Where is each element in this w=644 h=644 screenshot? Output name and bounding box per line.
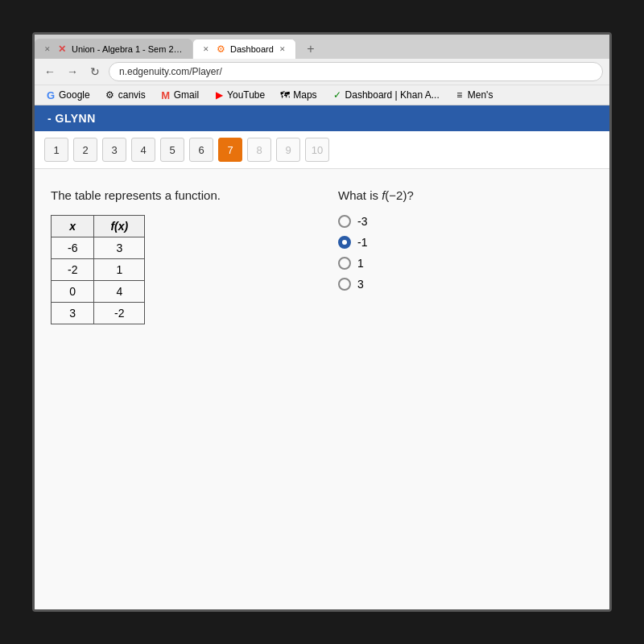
left-panel: The table represents a function. x f(x) … bbox=[51, 188, 306, 590]
bookmark-mens[interactable]: ≡ Men's bbox=[450, 88, 497, 102]
question-btn-4[interactable]: 4 bbox=[131, 138, 155, 162]
question-btn-3[interactable]: 3 bbox=[102, 138, 126, 162]
mens-icon: ≡ bbox=[454, 89, 465, 101]
address-bar-row: ← → ↻ n.edgenuity.com/Player/ bbox=[35, 59, 609, 85]
tab2-close-icon[interactable]: ✕ bbox=[201, 44, 211, 54]
browser-chrome: ✕ ✕ Union - Algebra 1 - Sem 2 - GLYN ✕ ⚙… bbox=[35, 35, 609, 105]
answer-options: -3 -1 1 3 bbox=[338, 215, 593, 291]
edgenuity-header-label: - GLYNN bbox=[47, 112, 96, 125]
tab1-label: Union - Algebra 1 - Sem 2 - GLYN bbox=[72, 44, 184, 54]
question-btn-2[interactable]: 2 bbox=[73, 138, 97, 162]
tab-union-algebra[interactable]: ✕ ✕ Union - Algebra 1 - Sem 2 - GLYN bbox=[35, 39, 192, 59]
question-btn-6[interactable]: 6 bbox=[189, 138, 213, 162]
option-neg3[interactable]: -3 bbox=[338, 215, 593, 228]
radio-1[interactable] bbox=[338, 257, 351, 270]
radio-neg1[interactable] bbox=[338, 236, 351, 249]
canvis-icon: ⚙ bbox=[105, 89, 116, 101]
maps-icon: 🗺 bbox=[279, 89, 291, 101]
table-row-0: -63 bbox=[52, 237, 145, 259]
bookmark-mens-label: Men's bbox=[468, 89, 493, 101]
laptop-frame: ✕ ✕ Union - Algebra 1 - Sem 2 - GLYN ✕ ⚙… bbox=[0, 0, 644, 644]
option-neg1-label: -1 bbox=[357, 236, 367, 249]
table-row-2: 04 bbox=[52, 281, 145, 303]
option-1[interactable]: 1 bbox=[338, 257, 593, 270]
tab2-close-x[interactable]: ✕ bbox=[278, 44, 287, 54]
tab2-label: Dashboard bbox=[230, 44, 274, 54]
bookmark-maps[interactable]: 🗺 Maps bbox=[275, 88, 320, 102]
question-btn-8[interactable]: 8 bbox=[247, 138, 271, 162]
bookmark-canvis-label: canvis bbox=[118, 89, 146, 101]
function-table: x f(x) -63-21043-2 bbox=[51, 215, 145, 324]
forward-button[interactable]: → bbox=[64, 63, 81, 80]
bookmark-canvis[interactable]: ⚙ canvis bbox=[101, 88, 150, 102]
table-row-3: 3-2 bbox=[52, 303, 145, 324]
back-button[interactable]: ← bbox=[41, 63, 59, 80]
edgenuity-app: - GLYNN 1 2 3 4 5 6 bbox=[35, 105, 609, 609]
right-panel: What is f(−2)? -3 -1 1 bbox=[338, 188, 593, 590]
question-btn-9[interactable]: 9 bbox=[276, 138, 300, 162]
question-btn-5[interactable]: 5 bbox=[160, 138, 184, 162]
tab1-close-icon[interactable]: ✕ bbox=[43, 44, 52, 54]
khan-icon: ✓ bbox=[332, 89, 343, 101]
bookmark-google-label: Google bbox=[59, 89, 90, 101]
question-btn-10[interactable]: 10 bbox=[305, 138, 329, 162]
question-btn-7[interactable]: 7 bbox=[218, 138, 242, 162]
bookmark-youtube[interactable]: ▶ YouTube bbox=[209, 88, 269, 102]
address-text: n.edgenuity.com/Player/ bbox=[119, 66, 222, 77]
bookmark-khan-label: Dashboard | Khan A... bbox=[345, 89, 440, 101]
table-cell-x-0: -6 bbox=[52, 237, 94, 259]
bookmarks-bar: G Google ⚙ canvis M Gmail ▶ YouTube 🗺 bbox=[35, 85, 609, 105]
option-neg3-label: -3 bbox=[357, 215, 367, 228]
option-1-label: 1 bbox=[357, 257, 364, 270]
new-tab-button[interactable]: + bbox=[299, 39, 322, 59]
tab-dashboard[interactable]: ✕ ⚙ Dashboard ✕ bbox=[192, 39, 296, 59]
bookmark-dashboard-khan[interactable]: ✓ Dashboard | Khan A... bbox=[328, 88, 444, 102]
gmail-icon: M bbox=[160, 89, 171, 101]
radio-neg3[interactable] bbox=[338, 215, 351, 228]
radio-3[interactable] bbox=[338, 278, 351, 291]
what-question-text: What is f(−2)? bbox=[338, 188, 593, 202]
bookmark-gmail[interactable]: M Gmail bbox=[156, 88, 203, 102]
table-cell-x-2: 0 bbox=[52, 281, 94, 303]
table-cell-fx-2: 4 bbox=[94, 281, 145, 303]
bookmark-maps-label: Maps bbox=[293, 89, 316, 101]
tab2-gear-icon: ⚙ bbox=[215, 43, 226, 55]
option-3[interactable]: 3 bbox=[338, 278, 593, 291]
table-header-fx: f(x) bbox=[94, 216, 145, 237]
table-cell-x-3: 3 bbox=[52, 303, 94, 324]
content-area: The table represents a function. x f(x) … bbox=[35, 169, 609, 609]
edgenuity-header: - GLYNN bbox=[35, 105, 609, 131]
refresh-button[interactable]: ↻ bbox=[86, 63, 104, 80]
tab-bar: ✕ ✕ Union - Algebra 1 - Sem 2 - GLYN ✕ ⚙… bbox=[35, 35, 609, 59]
table-row-1: -21 bbox=[52, 259, 145, 281]
google-icon: G bbox=[45, 89, 56, 101]
option-neg1[interactable]: -1 bbox=[338, 236, 593, 249]
table-cell-fx-3: -2 bbox=[94, 303, 145, 324]
table-header-x: x bbox=[52, 216, 94, 237]
table-cell-x-1: -2 bbox=[52, 259, 94, 281]
youtube-icon: ▶ bbox=[213, 89, 225, 101]
option-3-label: 3 bbox=[357, 278, 364, 291]
address-bar[interactable]: n.edgenuity.com/Player/ bbox=[109, 62, 603, 81]
table-cell-fx-0: 3 bbox=[94, 237, 145, 259]
tab1-x-icon: ✕ bbox=[56, 43, 68, 55]
question-description: The table represents a function. bbox=[51, 188, 306, 202]
bookmark-youtube-label: YouTube bbox=[227, 89, 265, 101]
browser-screen: ✕ ✕ Union - Algebra 1 - Sem 2 - GLYN ✕ ⚙… bbox=[32, 32, 612, 612]
question-nav: 1 2 3 4 5 6 7 bbox=[35, 131, 609, 169]
table-cell-fx-1: 1 bbox=[94, 259, 145, 281]
bookmark-google[interactable]: G Google bbox=[41, 88, 94, 102]
bookmark-gmail-label: Gmail bbox=[174, 89, 199, 101]
question-btn-1[interactable]: 1 bbox=[44, 138, 68, 162]
